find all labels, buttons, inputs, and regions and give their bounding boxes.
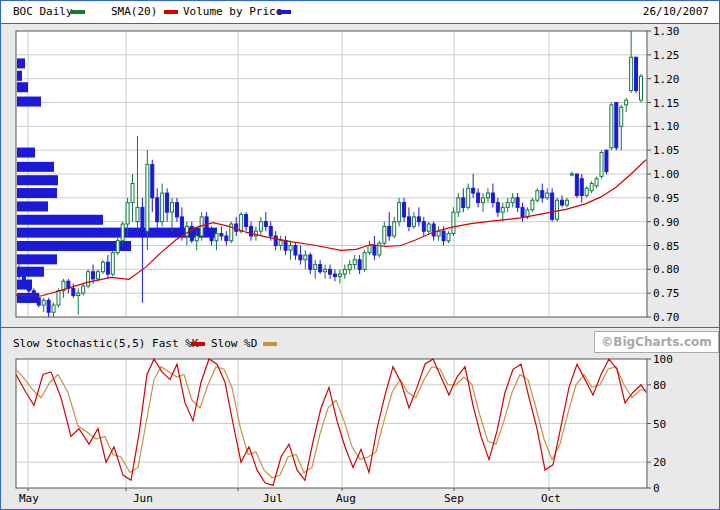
candle-down bbox=[225, 236, 228, 241]
candle-down bbox=[580, 179, 583, 196]
candle-down bbox=[491, 193, 494, 203]
candle-down bbox=[358, 260, 361, 270]
price-axis-label: 1.15 bbox=[653, 97, 680, 110]
candle-up bbox=[185, 226, 188, 236]
candle-up bbox=[52, 305, 55, 312]
candle-up bbox=[171, 203, 174, 213]
candle-up bbox=[116, 241, 119, 253]
volume-by-price-bar bbox=[17, 82, 28, 92]
candle-up bbox=[57, 291, 60, 305]
candle-up bbox=[570, 174, 573, 175]
volume-by-price-label: Volume by Price bbox=[183, 5, 282, 18]
candle-up bbox=[324, 269, 327, 271]
candle-up bbox=[304, 255, 307, 260]
price-axis-label: 1.10 bbox=[653, 120, 680, 133]
candle-down bbox=[166, 193, 169, 212]
candle-down bbox=[422, 222, 425, 232]
candle-down bbox=[175, 203, 178, 217]
candle-down bbox=[27, 284, 30, 291]
volume-by-price-bar bbox=[17, 188, 57, 198]
candle-up bbox=[437, 231, 440, 236]
candle-down bbox=[37, 298, 40, 305]
candle-down bbox=[575, 174, 578, 195]
candle-up bbox=[353, 260, 356, 265]
volume-by-price-bar bbox=[17, 175, 58, 185]
candle-down bbox=[403, 203, 406, 217]
candle-down bbox=[541, 191, 544, 198]
panel-separator bbox=[1, 327, 719, 328]
candle-up bbox=[279, 241, 282, 246]
candle-down bbox=[156, 198, 159, 222]
candle-up bbox=[289, 246, 292, 251]
candle-up bbox=[536, 191, 539, 201]
x-axis-month-label: Jul bbox=[263, 492, 283, 505]
candle-down bbox=[245, 215, 248, 227]
candle-down bbox=[635, 57, 638, 90]
stochastic-axis-label: 80 bbox=[653, 379, 666, 392]
stochastic-axis-label: 100 bbox=[653, 353, 673, 366]
candle-up bbox=[111, 253, 114, 274]
candle-up bbox=[131, 184, 134, 203]
candle-down bbox=[274, 236, 277, 246]
candle-up bbox=[506, 203, 509, 208]
candle-down bbox=[329, 269, 332, 274]
volume-by-price-bar bbox=[17, 71, 22, 81]
candle-down bbox=[151, 164, 154, 197]
candle-down bbox=[417, 217, 420, 222]
stoch-k-swatch-icon bbox=[191, 342, 205, 346]
price-axis-label: 0.80 bbox=[653, 263, 680, 276]
candle-up bbox=[87, 272, 90, 286]
volume-by-price-bar bbox=[17, 162, 54, 172]
sma-label: SMA(20) bbox=[111, 5, 157, 18]
price-axis-label: 0.90 bbox=[653, 216, 680, 229]
candle-down bbox=[190, 226, 193, 240]
candle-down bbox=[210, 231, 213, 241]
candle-down bbox=[309, 255, 312, 269]
candle-down bbox=[605, 150, 608, 171]
candle-up bbox=[314, 265, 317, 270]
candle-down bbox=[250, 226, 253, 236]
candle-up bbox=[585, 188, 588, 195]
chart-header: BOC Daily SMA(20) Volume by Price 26/10/… bbox=[1, 1, 719, 24]
volume-by-price-bar bbox=[17, 97, 41, 107]
candle-up bbox=[383, 226, 386, 243]
candle-down bbox=[180, 217, 183, 236]
candle-down bbox=[496, 203, 499, 213]
candle-up bbox=[393, 222, 396, 236]
candle-down bbox=[516, 198, 519, 208]
candle-down bbox=[264, 222, 267, 227]
candle-down bbox=[521, 207, 524, 217]
candle-up bbox=[96, 272, 99, 279]
candle-up bbox=[338, 274, 341, 276]
volume-by-price-bar bbox=[17, 201, 48, 211]
price-axis-label: 0.75 bbox=[653, 287, 680, 300]
candle-up bbox=[625, 100, 628, 105]
candle-up bbox=[447, 234, 450, 241]
candle-down bbox=[333, 274, 336, 276]
chart-date: 26/10/2007 bbox=[643, 5, 709, 18]
candle-down bbox=[477, 193, 480, 203]
volume-by-price-bar bbox=[17, 58, 25, 68]
candle-down bbox=[472, 188, 475, 193]
candle-up bbox=[146, 164, 149, 231]
x-axis-month-label: Oct bbox=[541, 492, 561, 505]
candle-down bbox=[18, 269, 21, 276]
candle-down bbox=[141, 207, 144, 231]
stochastic-axis-label: 20 bbox=[653, 456, 666, 469]
candle-up bbox=[595, 179, 598, 186]
candle-up bbox=[457, 198, 460, 212]
price-axis-label: 0.95 bbox=[653, 192, 680, 205]
candle-down bbox=[299, 255, 302, 260]
candle-up bbox=[640, 76, 643, 100]
candle-up bbox=[511, 198, 514, 203]
candle-up bbox=[482, 198, 485, 203]
candle-up bbox=[630, 57, 633, 90]
candle-up bbox=[240, 215, 243, 232]
series-name-label: BOC Daily bbox=[13, 5, 73, 18]
candle-down bbox=[388, 226, 391, 236]
stoch-d-swatch-icon bbox=[263, 342, 277, 346]
sma-swatch-icon bbox=[164, 10, 178, 14]
x-axis-month-label: Sep bbox=[444, 492, 464, 505]
candle-up bbox=[546, 193, 549, 198]
candle-up bbox=[398, 203, 401, 222]
